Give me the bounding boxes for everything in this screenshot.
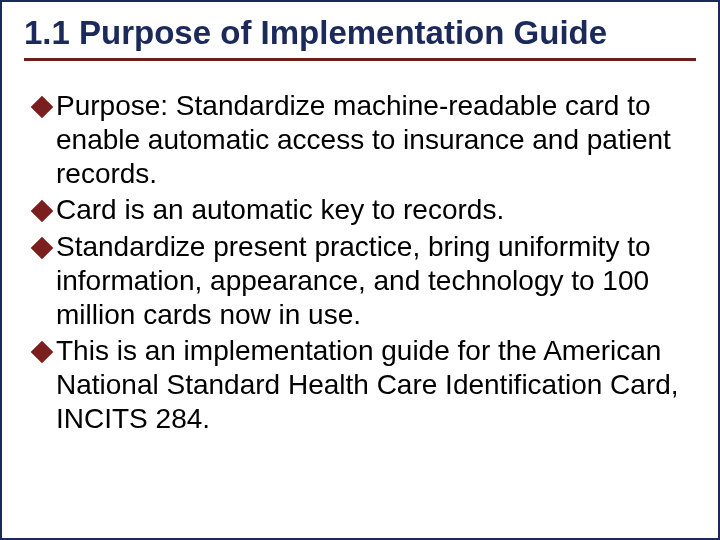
diamond-bullet-icon [31, 96, 54, 119]
bullet-text: Purpose: Standardize machine-readable ca… [56, 89, 696, 191]
list-item: Card is an automatic key to records. [34, 193, 696, 227]
title-underline [24, 58, 696, 61]
bullet-text: Standardize present practice, bring unif… [56, 230, 696, 332]
diamond-bullet-icon [31, 200, 54, 223]
slide-body: Purpose: Standardize machine-readable ca… [24, 89, 696, 437]
bullet-text: Card is an automatic key to records. [56, 193, 504, 227]
slide-frame: 1.1 Purpose of Implementation Guide Purp… [0, 0, 720, 540]
list-item: This is an implementation guide for the … [34, 334, 696, 436]
list-item: Purpose: Standardize machine-readable ca… [34, 89, 696, 191]
slide-title: 1.1 Purpose of Implementation Guide [24, 14, 696, 52]
list-item: Standardize present practice, bring unif… [34, 230, 696, 332]
diamond-bullet-icon [31, 236, 54, 259]
bullet-text: This is an implementation guide for the … [56, 334, 696, 436]
diamond-bullet-icon [31, 341, 54, 364]
